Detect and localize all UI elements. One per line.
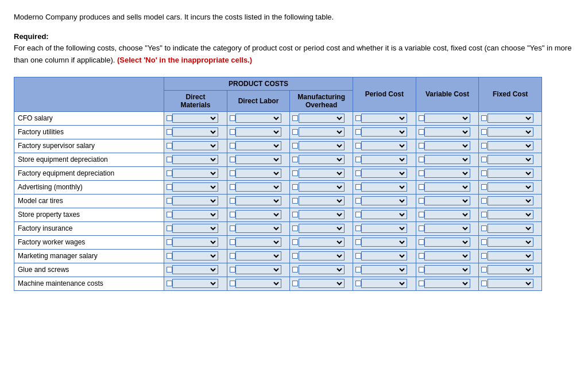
direct-materials-cell-select[interactable]: YesNo [172,141,218,150]
direct-labor-cell-select[interactable]: YesNo [235,155,281,164]
direct-materials-cell-select[interactable]: YesNo [172,114,218,123]
mfg-overhead-cell[interactable]: YesNo [290,111,353,125]
fixed-cost-cell-select[interactable]: YesNo [488,169,533,178]
fixed-cost-cell-select[interactable]: YesNo [488,224,533,233]
direct-materials-cell-select[interactable]: YesNo [172,155,218,164]
mfg-overhead-cell[interactable]: YesNo [290,208,353,221]
variable-cost-cell-select[interactable]: YesNo [424,238,470,247]
direct-labor-cell-select[interactable]: YesNo [235,210,281,219]
variable-cost-cell-select[interactable]: YesNo [424,141,470,150]
period-cost-cell[interactable]: YesNo [353,235,416,249]
direct-materials-cell[interactable]: YesNo [164,166,227,180]
period-cost-cell-select[interactable]: YesNo [361,155,407,164]
direct-labor-cell-select[interactable]: YesNo [235,265,281,274]
period-cost-cell-select[interactable]: YesNo [361,169,407,178]
mfg-overhead-cell[interactable]: YesNo [290,235,353,249]
variable-cost-cell-select[interactable]: YesNo [424,196,470,205]
period-cost-cell-select[interactable]: YesNo [361,265,407,274]
period-cost-cell[interactable]: YesNo [353,111,416,125]
direct-materials-cell[interactable]: YesNo [164,235,227,249]
fixed-cost-cell-select[interactable]: YesNo [488,210,533,219]
period-cost-cell-select[interactable]: YesNo [361,210,407,219]
variable-cost-cell[interactable]: YesNo [416,235,479,249]
fixed-cost-cell[interactable]: YesNo [479,153,542,166]
variable-cost-cell[interactable]: YesNo [416,166,479,180]
direct-labor-cell[interactable]: YesNo [227,208,290,221]
fixed-cost-cell-select[interactable]: YesNo [488,251,533,260]
period-cost-cell[interactable]: YesNo [353,180,416,194]
period-cost-cell[interactable]: YesNo [353,153,416,166]
period-cost-cell[interactable]: YesNo [353,277,416,290]
fixed-cost-cell-select[interactable]: YesNo [488,279,533,288]
variable-cost-cell[interactable]: YesNo [416,208,479,221]
direct-labor-cell-select[interactable]: YesNo [235,127,281,137]
variable-cost-cell[interactable]: YesNo [416,249,479,263]
direct-materials-cell[interactable]: YesNo [164,263,227,277]
direct-materials-cell[interactable]: YesNo [164,111,227,125]
mfg-overhead-cell[interactable]: YesNo [290,166,353,180]
direct-materials-cell-select[interactable]: YesNo [172,127,218,137]
mfg-overhead-cell-select[interactable]: YesNo [299,265,345,274]
direct-labor-cell[interactable]: YesNo [227,180,290,194]
fixed-cost-cell[interactable]: YesNo [479,111,542,125]
variable-cost-cell[interactable]: YesNo [416,111,479,125]
direct-labor-cell[interactable]: YesNo [227,277,290,290]
mfg-overhead-cell[interactable]: YesNo [290,125,353,139]
period-cost-cell-select[interactable]: YesNo [361,224,407,233]
fixed-cost-cell-select[interactable]: YesNo [488,127,533,137]
direct-labor-cell-select[interactable]: YesNo [235,141,281,150]
direct-labor-cell[interactable]: YesNo [227,153,290,166]
direct-materials-cell-select[interactable]: YesNo [172,251,218,260]
mfg-overhead-cell[interactable]: YesNo [290,139,353,153]
direct-materials-cell-select[interactable]: YesNo [172,265,218,274]
mfg-overhead-cell-select[interactable]: YesNo [299,238,345,247]
direct-materials-cell[interactable]: YesNo [164,277,227,290]
variable-cost-cell-select[interactable]: YesNo [424,279,470,288]
variable-cost-cell-select[interactable]: YesNo [424,114,470,123]
variable-cost-cell[interactable]: YesNo [416,277,479,290]
direct-labor-cell-select[interactable]: YesNo [235,224,281,233]
mfg-overhead-cell[interactable]: YesNo [290,180,353,194]
mfg-overhead-cell-select[interactable]: YesNo [299,182,345,192]
fixed-cost-cell[interactable]: YesNo [479,139,542,153]
variable-cost-cell-select[interactable]: YesNo [424,265,470,274]
fixed-cost-cell[interactable]: YesNo [479,221,542,235]
period-cost-cell-select[interactable]: YesNo [361,114,407,123]
fixed-cost-cell-select[interactable]: YesNo [488,114,533,123]
mfg-overhead-cell-select[interactable]: YesNo [299,196,345,205]
fixed-cost-cell[interactable]: YesNo [479,249,542,263]
direct-labor-cell-select[interactable]: YesNo [235,114,281,123]
period-cost-cell-select[interactable]: YesNo [361,251,407,260]
direct-labor-cell-select[interactable]: YesNo [235,196,281,205]
variable-cost-cell-select[interactable]: YesNo [424,155,470,164]
period-cost-cell[interactable]: YesNo [353,208,416,221]
variable-cost-cell-select[interactable]: YesNo [424,210,470,219]
direct-materials-cell[interactable]: YesNo [164,153,227,166]
direct-materials-cell-select[interactable]: YesNo [172,238,218,247]
direct-labor-cell[interactable]: YesNo [227,249,290,263]
direct-labor-cell[interactable]: YesNo [227,125,290,139]
fixed-cost-cell[interactable]: YesNo [479,194,542,208]
mfg-overhead-cell-select[interactable]: YesNo [299,279,345,288]
fixed-cost-cell-select[interactable]: YesNo [488,196,533,205]
fixed-cost-cell[interactable]: YesNo [479,180,542,194]
direct-labor-cell[interactable]: YesNo [227,263,290,277]
period-cost-cell[interactable]: YesNo [353,125,416,139]
fixed-cost-cell[interactable]: YesNo [479,263,542,277]
mfg-overhead-cell-select[interactable]: YesNo [299,169,345,178]
period-cost-cell-select[interactable]: YesNo [361,196,407,205]
direct-materials-cell[interactable]: YesNo [164,221,227,235]
variable-cost-cell[interactable]: YesNo [416,221,479,235]
fixed-cost-cell-select[interactable]: YesNo [488,238,533,247]
variable-cost-cell[interactable]: YesNo [416,139,479,153]
mfg-overhead-cell[interactable]: YesNo [290,194,353,208]
direct-labor-cell-select[interactable]: YesNo [235,238,281,247]
direct-materials-cell[interactable]: YesNo [164,249,227,263]
mfg-overhead-cell[interactable]: YesNo [290,277,353,290]
direct-materials-cell[interactable]: YesNo [164,194,227,208]
period-cost-cell-select[interactable]: YesNo [361,238,407,247]
period-cost-cell[interactable]: YesNo [353,263,416,277]
mfg-overhead-cell[interactable]: YesNo [290,153,353,166]
fixed-cost-cell[interactable]: YesNo [479,125,542,139]
direct-materials-cell-select[interactable]: YesNo [172,196,218,205]
